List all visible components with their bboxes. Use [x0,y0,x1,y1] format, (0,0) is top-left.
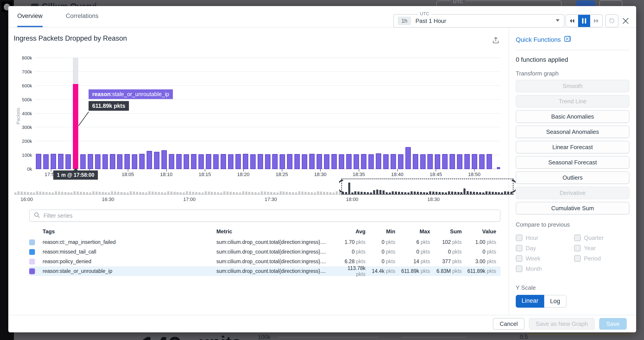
bar[interactable] [36,154,41,169]
bar[interactable] [420,154,426,169]
screen: Cilium Overvi UTC 140 units 100k 0.5 Ove… [0,0,644,340]
bar[interactable] [383,154,388,169]
highlighted-bar[interactable] [73,84,78,169]
bar[interactable] [51,154,56,169]
brush-handle-right[interactable] [512,180,516,194]
bar[interactable] [442,154,448,169]
bar[interactable] [265,154,270,169]
bar[interactable] [154,152,160,169]
bar[interactable] [457,154,462,169]
bar[interactable] [250,154,256,169]
bar[interactable] [294,154,300,169]
y-scale-option-log[interactable]: Log [544,295,566,308]
bar-chart-plot[interactable] [35,58,500,169]
bar[interactable] [272,154,278,169]
bar[interactable] [309,154,314,169]
bar[interactable] [139,154,145,169]
bar[interactable] [117,154,122,169]
bar[interactable] [243,154,248,169]
table-row[interactable]: reason:missed_tail_callsum:cilium.drop_c… [29,247,500,257]
bar[interactable] [236,154,241,169]
bar[interactable] [497,167,500,169]
bar[interactable] [479,154,484,169]
bar[interactable] [398,154,404,169]
brush-selection[interactable] [341,179,514,195]
rewind-button[interactable] [566,15,578,27]
y-scale-option-linear[interactable]: Linear [516,295,544,308]
bar[interactable] [147,151,152,169]
bar[interactable] [302,154,307,169]
table-row[interactable]: reason:stale_or_unroutable_ipsum:cilium.… [29,266,500,276]
bar[interactable] [339,154,344,169]
bar[interactable] [413,154,418,169]
close-button[interactable] [621,17,630,25]
bar[interactable] [43,154,49,169]
fast-forward-button[interactable] [590,15,602,27]
bar[interactable] [206,154,211,169]
save-as-new-graph-button: Save as New Graph [529,318,595,330]
table-row[interactable]: reason:policy_deniedsum:cilium.drop_coun… [29,257,500,266]
bar[interactable] [361,154,366,169]
bar[interactable] [66,154,71,169]
bar[interactable] [346,154,352,169]
minimap-bar [295,193,297,194]
tab-correlations[interactable]: Correlations [66,6,99,27]
bar[interactable] [169,154,174,169]
bar[interactable] [132,154,137,169]
bar[interactable] [95,154,100,169]
export-button[interactable] [490,36,501,45]
brush-handle-left[interactable] [339,180,343,194]
quick-functions-link[interactable]: Quick Functions [516,35,630,44]
transform-button-seasonal-anomalies[interactable]: Seasonal Anomalies [516,125,630,138]
bar[interactable] [390,154,396,169]
bar[interactable] [191,154,196,169]
bar[interactable] [124,154,130,169]
bar[interactable] [368,154,374,169]
bar[interactable] [406,147,411,169]
bar[interactable] [176,154,182,169]
bar[interactable] [287,154,292,169]
bar[interactable] [80,154,86,169]
bar[interactable] [376,153,381,169]
gridline-500k [35,99,500,100]
bar[interactable] [198,154,204,169]
bar[interactable] [450,154,455,169]
transform-button-linear-forecast[interactable]: Linear Forecast [516,141,630,153]
transform-button-cumulative-sum[interactable]: Cumulative Sum [516,202,630,215]
bar[interactable] [88,154,93,169]
pause-button[interactable] [578,15,590,27]
bar[interactable] [258,154,263,169]
transform-button-outliers[interactable]: Outliers [516,171,630,184]
bar[interactable] [213,154,219,169]
x-tick-label: 18:40 [391,172,404,178]
bar[interactable] [324,154,330,169]
bar[interactable] [428,154,433,169]
tab-overview[interactable]: Overview [17,6,42,27]
bar[interactable] [162,150,167,169]
bar[interactable] [184,154,189,169]
time-range-selector[interactable]: UTC 1h Past 1 Hour [393,14,564,28]
bar[interactable] [110,154,115,169]
transform-button-basic-anomalies[interactable]: Basic Anomalies [516,110,630,123]
minimap-bar [217,192,219,194]
filter-series-input[interactable] [43,210,500,221]
bar[interactable] [472,154,477,169]
bar[interactable] [464,154,470,169]
minimap-bar [74,191,76,194]
bar[interactable] [332,154,337,169]
bar[interactable] [354,154,359,169]
bar[interactable] [58,154,64,169]
timeline-minimap[interactable]: 16:0016:3017:0017:3018:0018:30 [14,179,514,195]
bar[interactable] [486,154,492,169]
transform-button-seasonal-forecast[interactable]: Seasonal Forecast [516,156,630,169]
bar[interactable] [228,154,234,169]
table-row[interactable]: reason:ct:_map_insertion_failedsum:ciliu… [29,237,500,247]
bar[interactable] [316,154,322,169]
bar[interactable] [435,154,440,169]
cancel-button[interactable]: Cancel [493,318,524,330]
series-tag: reason:ct:_map_insertion_failed [42,239,216,245]
bar[interactable] [221,154,226,169]
bar[interactable] [102,154,108,169]
bar[interactable] [280,154,285,169]
minimap-bar [226,192,228,194]
